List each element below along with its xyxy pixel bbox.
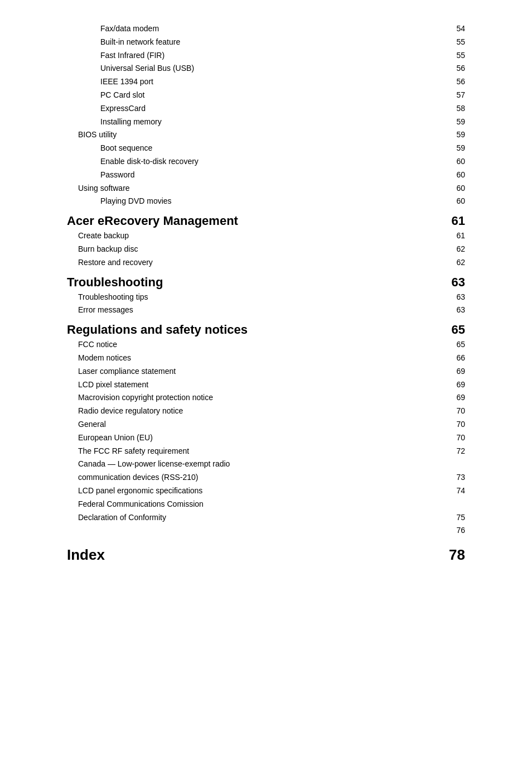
toc-title: Macrovision copyright protection notice bbox=[67, 391, 443, 405]
index-section: Index 78 bbox=[67, 546, 465, 564]
toc-entry-comm-devices: communication devices (RSS-210) 73 bbox=[67, 471, 465, 484]
toc-page: 56 bbox=[443, 75, 465, 89]
toc-entry-canada: Canada — Low-power license-exempt radio bbox=[67, 458, 465, 471]
toc-entry-lcd-pixel: LCD pixel statement 69 bbox=[67, 378, 465, 392]
toc-title: ExpressCard bbox=[67, 102, 443, 116]
toc-entry-eu: European Union (EU) 70 bbox=[67, 431, 465, 445]
toc-title: communication devices (RSS-210) bbox=[67, 471, 443, 484]
toc-entry-bios: BIOS utility 59 bbox=[67, 128, 465, 142]
toc-entry-expresscard: ExpressCard 58 bbox=[67, 102, 465, 116]
toc-title: LCD panel ergonomic specifications bbox=[67, 484, 443, 498]
toc-page: 72 bbox=[443, 445, 465, 458]
toc-entry-modem: Modem notices 66 bbox=[67, 352, 465, 365]
toc-entry-macrovision: Macrovision copyright protection notice … bbox=[67, 391, 465, 405]
toc-page: 69 bbox=[443, 391, 465, 405]
toc-entry-using-software: Using software 60 bbox=[67, 182, 465, 195]
toc-page: 62 bbox=[443, 243, 465, 256]
toc-entry-fcc-rf: The FCC RF safety requirement 72 bbox=[67, 445, 465, 458]
toc-title: Modem notices bbox=[67, 352, 443, 365]
toc-title: European Union (EU) bbox=[67, 431, 443, 445]
toc-entry-fir: Fast Infrared (FIR) 55 bbox=[67, 49, 465, 63]
toc-entry-usb: Universal Serial Bus (USB) 56 bbox=[67, 62, 465, 75]
toc-title: Playing DVD movies bbox=[67, 195, 443, 208]
toc-entry-create-backup: Create backup 61 bbox=[67, 229, 465, 243]
toc-page: 60 bbox=[443, 169, 465, 182]
toc-title: Restore and recovery bbox=[67, 256, 443, 270]
index-title: Index bbox=[67, 546, 443, 564]
page: Fax/data modem 54 Built-in network featu… bbox=[0, 0, 532, 764]
toc-page: 73 bbox=[443, 471, 465, 484]
toc-page: 61 bbox=[443, 229, 465, 243]
section-page: 65 bbox=[443, 323, 465, 337]
toc-title: Troubleshooting tips bbox=[67, 291, 443, 304]
toc-page: 74 bbox=[443, 484, 465, 498]
toc-entry-fcc: FCC notice 65 bbox=[67, 338, 465, 352]
toc-page: 54 bbox=[443, 22, 465, 36]
index-page: 78 bbox=[443, 546, 465, 564]
toc-page: 66 bbox=[443, 352, 465, 365]
toc-page: 63 bbox=[443, 304, 465, 317]
toc-page: 60 bbox=[443, 182, 465, 195]
toc-page: 55 bbox=[443, 49, 465, 63]
section-title: Troubleshooting bbox=[67, 275, 443, 290]
toc-page: 65 bbox=[443, 338, 465, 352]
toc-entry-troubleshooting-tips: Troubleshooting tips 63 bbox=[67, 291, 465, 304]
section-page: 63 bbox=[443, 275, 465, 290]
toc-entry-installing-memory: Installing memory 59 bbox=[67, 116, 465, 129]
toc-entry-boot: Boot sequence 59 bbox=[67, 142, 465, 155]
toc-title: Built-in network feature bbox=[67, 36, 443, 49]
toc-entry-pccard: PC Card slot 57 bbox=[67, 89, 465, 102]
section-regulations: Regulations and safety notices 65 bbox=[67, 323, 465, 337]
toc-title: Fax/data modem bbox=[67, 22, 443, 36]
toc-entry-builtin: Built-in network feature 55 bbox=[67, 36, 465, 49]
toc-page: 56 bbox=[443, 62, 465, 75]
toc-title: Password bbox=[67, 169, 443, 182]
toc-title: Boot sequence bbox=[67, 142, 443, 155]
section-page: 61 bbox=[443, 214, 465, 228]
toc-page: 76 bbox=[443, 524, 465, 537]
toc-title: Universal Serial Bus (USB) bbox=[67, 62, 443, 75]
toc-title: LCD pixel statement bbox=[67, 378, 443, 392]
toc-page: 60 bbox=[443, 195, 465, 208]
toc-entry-lcd-panel: LCD panel ergonomic specifications 74 bbox=[67, 484, 465, 498]
toc-title: Create backup bbox=[67, 229, 443, 243]
toc-title: Using software bbox=[67, 182, 443, 195]
toc-title: PC Card slot bbox=[67, 89, 443, 102]
toc-title: BIOS utility bbox=[67, 128, 443, 142]
toc-page: 69 bbox=[443, 378, 465, 392]
toc-page: 59 bbox=[443, 142, 465, 155]
toc-entry-fax: Fax/data modem 54 bbox=[67, 22, 465, 36]
toc-entry-disk-recovery: Enable disk-to-disk recovery 60 bbox=[67, 155, 465, 169]
toc-entry-federal-comm: Federal Communications Comission bbox=[67, 498, 465, 511]
toc-page: 75 bbox=[443, 511, 465, 525]
toc-page: 59 bbox=[443, 116, 465, 129]
toc-page: 69 bbox=[443, 365, 465, 378]
toc-title: Laser compliance statement bbox=[67, 365, 443, 378]
toc-title: Error messages bbox=[67, 304, 443, 317]
toc-entry-restore-recovery: Restore and recovery 62 bbox=[67, 256, 465, 270]
toc-entry-laser: Laser compliance statement 69 bbox=[67, 365, 465, 378]
toc-page: 70 bbox=[443, 418, 465, 431]
toc-title: Federal Communications Comission bbox=[67, 498, 443, 511]
toc-page: 55 bbox=[443, 36, 465, 49]
toc-title: General bbox=[67, 418, 443, 431]
toc-page: 58 bbox=[443, 102, 465, 116]
section-troubleshooting: Troubleshooting 63 bbox=[67, 275, 465, 290]
toc-title: Enable disk-to-disk recovery bbox=[67, 155, 443, 169]
toc-entry-page76: 76 bbox=[67, 524, 465, 537]
toc-page: 57 bbox=[443, 89, 465, 102]
toc-page: 70 bbox=[443, 431, 465, 445]
toc-entry-radio: Radio device regulatory notice 70 bbox=[67, 405, 465, 418]
toc-title: Fast Infrared (FIR) bbox=[67, 49, 443, 63]
toc-entry-error-messages: Error messages 63 bbox=[67, 304, 465, 317]
toc-entry-ieee: IEEE 1394 port 56 bbox=[67, 75, 465, 89]
toc-entry-declaration: Declaration of Conformity 75 bbox=[67, 511, 465, 525]
toc-page: 62 bbox=[443, 256, 465, 270]
toc-entry-general: General 70 bbox=[67, 418, 465, 431]
toc-title: Canada — Low-power license-exempt radio bbox=[67, 458, 443, 471]
section-acer-erecovery: Acer eRecovery Management 61 bbox=[67, 214, 465, 228]
section-title: Regulations and safety notices bbox=[67, 323, 443, 337]
toc-page: 59 bbox=[443, 128, 465, 142]
toc-page: 70 bbox=[443, 405, 465, 418]
toc-page: 63 bbox=[443, 291, 465, 304]
